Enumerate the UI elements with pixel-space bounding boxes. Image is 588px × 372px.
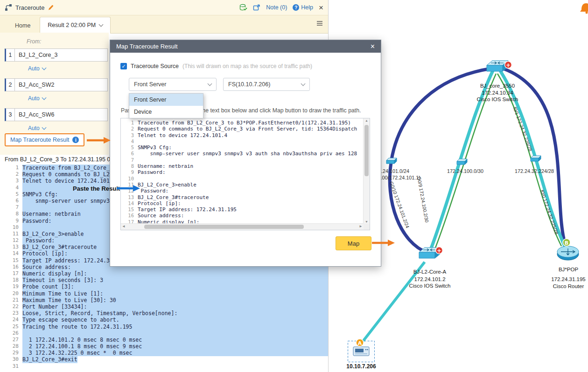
device-entry: 3 BJ_Acc_SW6 Auto [0,106,109,136]
map-traceroute-result-dialog: Map Traceroute Result × ✓ Traceroute Sou… [110,40,381,267]
scroll-down-icon[interactable]: ▼ [364,220,370,223]
line-number: 29 [0,350,22,356]
source-a-badge: A [356,339,364,346]
device-name-coreA[interactable]: BJ-L2-Core-A [413,269,446,275]
line-number: 3 [0,178,22,184]
svg-text:+: + [506,62,511,69]
close-dialog-button[interactable]: × [371,43,375,50]
window-titlebar: Traceroute Note (0) ? Help × [0,0,328,15]
line-text: 2 172.24.100.1 8 msec 0 msec 9 msec [22,343,328,350]
device-name-input[interactable]: BJ_L2_Core_3 [15,48,108,62]
line-text [22,330,328,337]
help-button[interactable]: ? Help [293,4,313,11]
dialog-titlebar[interactable]: Map Traceroute Result × [110,40,381,53]
tab-home[interactable]: Home [6,18,40,33]
line-number: 14 [0,250,22,257]
horizontal-scrollbar[interactable]: ◄ ► [121,223,364,230]
dropdown-option[interactable]: Device [129,106,203,118]
auto-dropdown[interactable]: Auto [28,95,46,102]
map-traceroute-result-button[interactable]: Map Traceroute Result i [5,133,84,146]
line-number: 4 [0,185,22,191]
device-data-icon[interactable] [239,4,247,11]
auto-dropdown[interactable]: Auto [28,125,46,131]
line-number: 10 [121,176,138,182]
line-number: 3 [121,132,138,138]
code-line: 8 Username: netbrain [121,163,364,169]
traceroute-icon [5,4,12,11]
scroll-right-icon[interactable]: ► [359,224,363,228]
line-number: 14 [121,200,138,207]
line-number: 5 [0,191,22,198]
traceroute-source-checkbox[interactable]: ✓ [120,63,127,69]
destination-b-badge: B [563,239,570,246]
scrollbar-thumb[interactable] [364,125,369,176]
note-button[interactable]: Note (0) [266,4,287,11]
line-number: 15 [0,257,22,264]
auto-dropdown[interactable]: Auto [28,65,46,72]
device-ip-core3550: 172.24.10.34 [482,90,513,96]
line-number: 13 [0,244,22,250]
line-text: BJ_L2_Core_3#traceroute [138,194,209,200]
info-icon[interactable]: i [72,137,79,143]
line-number: 13 [121,194,138,200]
media-node-100[interactable] [457,159,467,165]
vertical-scrollbar[interactable]: ▲ ▼ [363,118,370,224]
front-server-dropdown[interactable]: FS(10.10.7.206) [223,78,310,91]
line-text: Tracing the route to 172.24.31.195 [22,324,328,330]
add-neighbor-badge[interactable]: + [436,247,443,254]
device-name-core3550[interactable]: BJ_core_3550 [480,83,515,89]
line-number: 25 [0,324,22,330]
code-line: 5 SNMPv3 Cfg: [121,145,364,151]
line-number: 27 [0,337,22,343]
open-in-map-icon[interactable] [253,4,260,11]
code-line: 24 Type escape sequence to abort. [0,317,328,323]
device-ip-coreA: 172.24.101.2 [414,276,445,282]
auto-dropdown-label: Auto [28,65,40,72]
scroll-left-icon[interactable]: ◄ [122,224,126,228]
code-line: 28 2 172.24.100.1 8 msec 0 msec 9 msec [0,343,328,350]
code-line: 3 Telnet to device 172.24.101.4 [121,132,364,138]
line-number: 11 [0,231,22,237]
svg-text:+: + [437,248,441,254]
line-text: Password: [138,188,168,194]
device-name-source[interactable]: 10.10.7.206 [346,363,376,370]
media-node-101[interactable] [386,158,397,164]
line-number: 26 [0,330,22,337]
scrollbar-thumb[interactable] [144,225,304,229]
line-number: 7 [0,204,22,211]
line-text: Maximum Time to Live [30]: 30 [22,297,328,303]
line-number: 8 [121,163,138,169]
line-text: Type escape sequence to abort. [22,317,328,323]
source-type-dropdown[interactable]: Front Server [129,78,217,91]
line-number: 1 [121,120,138,126]
chevron-down-icon [42,66,46,70]
close-window-button[interactable]: × [319,4,323,12]
line-number: 19 [0,283,22,290]
line-number: 31 [0,363,22,370]
map-result-button-label: Map Traceroute Result [10,137,69,143]
router-icon-pop[interactable] [557,246,579,260]
device-name-input[interactable]: BJ_Acc_SW6 [15,108,108,121]
svg-text:A: A [358,340,362,346]
edit-pencil-icon[interactable] [48,4,54,11]
add-neighbor-badge[interactable]: + [505,62,512,69]
subnet-label-32: 172.24.32.224/28 [515,168,554,174]
dialog-body: ✓ Traceroute Source (This will drawn on … [110,53,381,266]
code-line: 25 Tracing the route to 172.24.31.195 [0,324,328,330]
device-entry: 2 BJ_Acc_SW2 Auto [0,76,109,106]
code-line: 26 [0,330,328,337]
tab-result-2[interactable]: Result 2 02:00 PM [40,17,111,34]
subnet-label-100: 172.24.100.0/30 [447,168,483,174]
map-button[interactable]: Map [336,236,371,250]
code-line: 29 3 172.24.32.225 0 msec * 0 msec [0,350,328,356]
paste-result-textbox[interactable]: 1 Traceroute from BJ_L2_Core_3 to BJ*POP… [120,118,370,230]
dropdown-option[interactable]: Front Server [129,94,203,106]
from-panel: From: 1 BJ_L2_Core_3 Auto 2 BJ_Acc_SW2 [0,33,109,155]
line-number: 6 [121,151,138,157]
device-name-input[interactable]: BJ_Acc_SW2 [15,78,108,91]
device-name-pop[interactable]: BJ*POP [559,267,578,272]
result-caption: From BJ_L2_Core_3 To 172.24.31.195 03 [5,156,113,163]
scroll-up-icon[interactable]: ▲ [364,119,370,122]
media-node-32[interactable] [531,156,541,161]
menu-icon[interactable] [316,20,323,28]
